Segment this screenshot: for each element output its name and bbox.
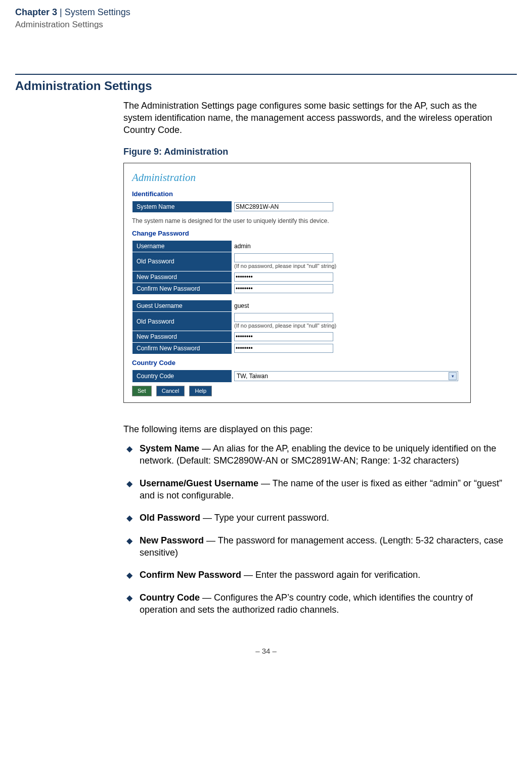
row-guest-confirm-password: Confirm New Password: [132, 343, 348, 354]
diamond-icon: ◆: [126, 535, 132, 546]
old-password-input[interactable]: [234, 253, 333, 262]
new-password-label: New Password: [132, 271, 232, 283]
desc: — Enter the password again for verificat…: [241, 570, 420, 580]
chapter-subtitle: Administration Settings: [15, 19, 517, 31]
change-password-heading: Change Password: [132, 229, 462, 238]
desc: — Type your current password.: [200, 513, 329, 523]
chapter-title: System Settings: [65, 7, 130, 17]
chapter-number: Chapter 3: [15, 7, 57, 17]
diamond-icon: ◆: [126, 513, 132, 524]
country-code-label: Country Code: [132, 370, 232, 382]
old-password-label: Old Password: [132, 252, 232, 271]
guest-old-password-input[interactable]: [234, 313, 333, 322]
help-button[interactable]: Help: [189, 386, 212, 396]
guest-old-password-label: Old Password: [132, 312, 232, 331]
guest-username-label: Guest Username: [132, 300, 232, 312]
list-item: ◆ Country Code — Configures the AP’s cou…: [126, 591, 507, 616]
term: Old Password: [140, 513, 200, 523]
diamond-icon: ◆: [126, 478, 132, 489]
new-password-input[interactable]: [234, 272, 333, 282]
row-old-password: Old Password (If no password, please inp…: [132, 252, 348, 271]
panel-title: Administration: [132, 170, 462, 185]
cancel-button[interactable]: Cancel: [156, 386, 185, 396]
guest-confirm-password-input[interactable]: [234, 344, 333, 353]
admin-screenshot: Administration Identification System Nam…: [123, 163, 471, 403]
items-intro: The following items are displayed on thi…: [123, 423, 507, 435]
section-intro: The Administration Settings page configu…: [123, 100, 507, 136]
term: New Password: [140, 535, 204, 545]
chevron-down-icon: ▾: [449, 372, 457, 380]
bullet-list: ◆ System Name — An alias for the AP, ena…: [126, 442, 507, 616]
country-code-heading: Country Code: [132, 358, 462, 368]
confirm-password-input[interactable]: [234, 284, 333, 293]
row-guest-new-password: New Password: [132, 331, 348, 343]
username-value: admin: [234, 243, 251, 250]
row-country-code: Country Code TW, Taiwan ▾: [132, 370, 462, 382]
system-name-label: System Name: [132, 201, 232, 212]
list-item: ◆ Username/Guest Username — The name of …: [126, 477, 507, 502]
guest-username-value: guest: [234, 302, 249, 309]
guest-old-password-hint: (If no password, please input "null" str…: [234, 322, 345, 330]
term: System Name: [140, 443, 199, 453]
list-item: ◆ Old Password — Type your current passw…: [126, 512, 507, 524]
system-name-note: The system name is designed for the user…: [132, 217, 462, 225]
row-system-name: System Name: [132, 201, 348, 212]
guest-new-password-input[interactable]: [234, 332, 333, 341]
country-code-select[interactable]: TW, Taiwan ▾: [234, 371, 458, 381]
row-guest-old-password: Old Password (If no password, please inp…: [132, 312, 348, 331]
row-guest-username: Guest Username guest: [132, 300, 348, 312]
chapter-separator: |: [60, 7, 62, 17]
list-item: ◆ System Name — An alias for the AP, ena…: [126, 442, 507, 467]
page-number: – 34 –: [15, 646, 517, 656]
system-name-input[interactable]: [234, 202, 333, 211]
guest-confirm-password-label: Confirm New Password: [132, 343, 232, 354]
row-new-password: New Password: [132, 271, 348, 283]
row-username: Username admin: [132, 240, 348, 252]
guest-new-password-label: New Password: [132, 331, 232, 343]
set-button[interactable]: Set: [132, 386, 152, 396]
diamond-icon: ◆: [126, 570, 132, 581]
chapter-header: Chapter 3 | System Settings: [15, 6, 517, 18]
list-item: ◆ Confirm New Password — Enter the passw…: [126, 569, 507, 581]
identification-heading: Identification: [132, 190, 462, 199]
diamond-icon: ◆: [126, 443, 132, 454]
term: Confirm New Password: [140, 570, 241, 580]
row-confirm-password: Confirm New Password: [132, 283, 348, 294]
old-password-hint: (If no password, please input "null" str…: [234, 262, 345, 270]
list-item: ◆ New Password — The password for manage…: [126, 534, 507, 559]
term: Country Code: [140, 592, 200, 603]
diamond-icon: ◆: [126, 592, 132, 604]
header-rule: [15, 74, 517, 75]
section-heading: Administration Settings: [15, 78, 517, 94]
confirm-password-label: Confirm New Password: [132, 283, 232, 294]
country-code-value: TW, Taiwan: [237, 372, 268, 380]
term: Username/Guest Username: [140, 478, 258, 488]
username-label: Username: [132, 240, 232, 252]
figure-caption: Figure 9: Administration: [123, 146, 507, 158]
